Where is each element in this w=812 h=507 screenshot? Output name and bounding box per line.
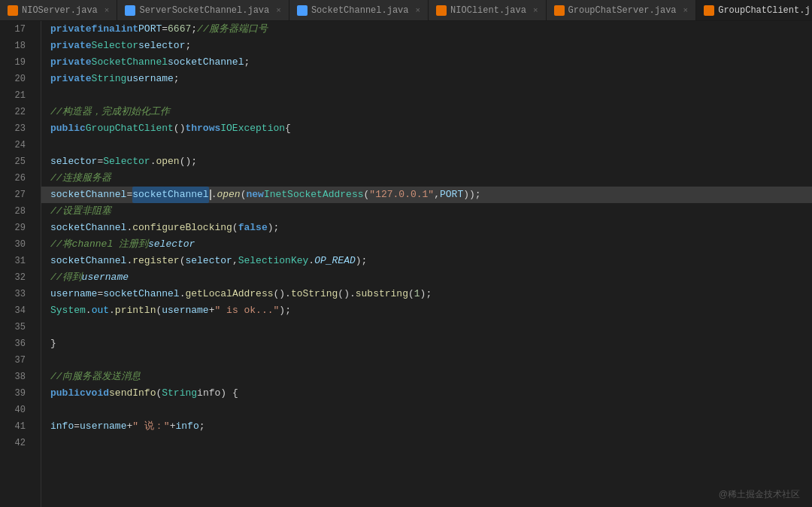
token: getLocalAddress [185, 286, 273, 302]
token: //得到 [50, 269, 82, 286]
token: InetSocketAddress [264, 187, 364, 203]
tab-NIOClient.java[interactable]: NIOClient.java× [429, 0, 546, 20]
line-number-24: 24 [0, 137, 33, 153]
tab-ServerSocketChannel.java[interactable]: ServerSocketChannel.java× [117, 0, 289, 20]
tab-label: SocketChannel.java [311, 5, 409, 16]
line-number-21: 21 [0, 87, 33, 104]
token: . [150, 153, 156, 170]
tab-icon [436, 5, 447, 16]
token: " is ok..." [215, 302, 280, 319]
line-number-35: 35 [0, 319, 33, 335]
code-line-34: System.out.println(username + " is ok...… [41, 302, 812, 319]
token: ); [420, 286, 432, 302]
token: //将channel 注册到 [50, 236, 148, 253]
token: selector [185, 253, 232, 269]
code-line-19: private SocketChannel socketChannel; [41, 54, 812, 71]
token: username [126, 71, 173, 87]
token: substring [356, 286, 408, 302]
token: println [115, 302, 156, 319]
token: selector [148, 236, 195, 253]
code-line-26: //连接服务器 [41, 170, 812, 187]
token: , [434, 187, 440, 203]
token: . [211, 187, 217, 203]
token: socketChannel [50, 187, 126, 203]
tab-bar: NIOServer.java×ServerSocketChannel.java×… [0, 0, 812, 21]
token: throws [185, 120, 220, 137]
code-area[interactable]: 1718192021222324252627282930313233343536… [0, 21, 812, 507]
token: ; [191, 21, 197, 38]
token: . [109, 302, 115, 319]
tab-icon [125, 5, 135, 16]
token: ; [185, 38, 191, 54]
tab-label: GroupChatClient.j... [718, 5, 812, 16]
line-number-42: 42 [0, 435, 33, 451]
token: private [50, 71, 92, 87]
token: String [162, 385, 197, 402]
token: Selector [92, 38, 138, 54]
token: "127.0.0.1" [369, 187, 434, 203]
token: (); [180, 153, 197, 170]
token: selector [138, 38, 185, 54]
token: , [232, 253, 238, 269]
token: //向服务器发送消息 [50, 369, 141, 385]
token: ( [364, 187, 370, 203]
token: private [50, 38, 92, 54]
tab-icon [297, 5, 308, 16]
token: = [97, 286, 103, 302]
token: socketChannel [50, 220, 126, 236]
code-line-25: selector = Selector.open(); [41, 153, 812, 170]
token: ( [232, 220, 238, 236]
tab-GroupChatClient.j...[interactable]: GroupChatClient.j...× [696, 0, 812, 20]
line-number-40: 40 [0, 402, 33, 418]
token: info [50, 418, 74, 435]
token: new [247, 187, 264, 203]
tab-SocketChannel.java[interactable]: SocketChannel.java× [289, 0, 429, 20]
token: void [86, 385, 109, 402]
token: . [126, 253, 132, 269]
token: public [50, 385, 86, 402]
code-line-35 [41, 319, 812, 335]
token: 6667 [168, 21, 191, 38]
token: ); [279, 302, 291, 319]
code-line-18: private Selector selector; [41, 38, 812, 54]
code-line-23: ▼ public GroupChatClient() throws IOExce… [41, 120, 812, 137]
token: IOException [220, 120, 285, 137]
code-lines[interactable]: private final int PORT = 6667; //服务器端口号 … [41, 21, 812, 507]
tab-close-button[interactable]: × [276, 6, 281, 15]
tab-GroupChatServer.java[interactable]: GroupChatServer.java× [547, 0, 697, 20]
code-line-21 [41, 87, 812, 104]
token: //设置非阻塞 [50, 203, 111, 220]
code-line-28: //设置非阻塞 [41, 203, 812, 220]
token: final [92, 21, 121, 38]
token: socketChannel [132, 187, 208, 203]
tab-NIOServer.java[interactable]: NIOServer.java× [0, 0, 117, 20]
token: + [209, 302, 215, 319]
token: private [50, 21, 92, 38]
tab-icon [8, 5, 18, 16]
token: + [170, 418, 176, 435]
token: PORT [138, 21, 162, 38]
token: info) { [197, 385, 238, 402]
token: System [50, 302, 86, 319]
token: open [217, 187, 240, 203]
token: //连接服务器 [50, 170, 111, 187]
token: ( [180, 253, 186, 269]
tab-close-button[interactable]: × [533, 6, 538, 15]
token: SocketChannel [92, 54, 168, 71]
tab-close-button[interactable]: × [105, 6, 110, 15]
token: private [50, 54, 92, 71]
token: ); [356, 253, 368, 269]
token: = [97, 153, 103, 170]
tab-close-button[interactable]: × [683, 6, 689, 15]
token: ( [241, 187, 247, 203]
code-line-40 [41, 402, 812, 418]
token: ; [244, 54, 250, 71]
code-line-37 [41, 352, 812, 369]
tab-close-button[interactable]: × [416, 6, 421, 15]
token: //服务器端口号 [197, 21, 268, 38]
token: " 说：" [132, 418, 169, 435]
tab-icon [704, 5, 714, 16]
token: username [50, 286, 97, 302]
token: int [121, 21, 138, 38]
token: String [92, 71, 127, 87]
